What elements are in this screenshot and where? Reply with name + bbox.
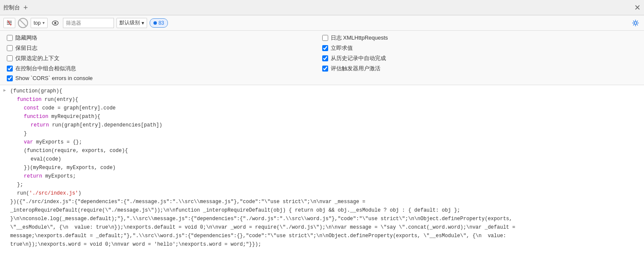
checkbox-autocomplete-history[interactable]: 从历史记录中自动完成: [322, 55, 638, 62]
title-bar: 控制台 + ✕: [0, 0, 644, 15]
eye-button[interactable]: [50, 18, 60, 28]
code-line-long: ▶ message;\nexports.default = _default;"…: [0, 232, 644, 240]
code-line: ▶ eval(code): [0, 155, 644, 164]
hide-network-label: 隐藏网络: [15, 34, 37, 42]
level-chevron-icon: ▾: [142, 20, 144, 26]
error-count-badge[interactable]: 83: [150, 18, 168, 28]
eager-eval-label: 立即求值: [331, 44, 353, 52]
cors-errors-label: Show `CORS` errors in console: [15, 75, 93, 81]
context-select[interactable]: top ▾: [31, 18, 48, 28]
error-count: 83: [159, 20, 164, 26]
eval-triggers-checkbox[interactable]: [322, 66, 328, 72]
context-value: top: [34, 20, 41, 26]
svg-rect-2: [7, 24, 12, 25]
error-dot-icon: [153, 21, 157, 25]
code-line-long: ▶ })({"./src/index.js":{"dependencies":{…: [0, 198, 644, 206]
code-line: ▶ (function(require, exports, code){: [0, 146, 644, 155]
gear-icon: [632, 20, 639, 26]
cors-errors-checkbox[interactable]: [7, 75, 13, 81]
settings-col-2: 日志 XMLHttpRequests 立即求值 从历史记录中自动完成 评估触发器…: [322, 34, 638, 81]
code-line: ▶ function myRequire(path){: [0, 112, 644, 121]
code-line-long: ▶ true\n});\nexports.word = void 0;\nnva…: [0, 240, 644, 249]
selected-context-checkbox[interactable]: [7, 55, 13, 61]
svg-point-6: [634, 22, 637, 24]
preserve-log-label: 保留日志: [15, 44, 37, 52]
checkbox-eager-eval[interactable]: 立即求值: [322, 44, 638, 52]
expand-arrow-icon[interactable]: ▶: [3, 87, 9, 94]
code-line-long: ▶ \"__esModule\", {\n value: true\n});\n…: [0, 223, 644, 232]
code-line: ▶ return run(graph[entry].dependencies[p…: [0, 121, 644, 129]
settings-panel: 隐藏网络 保留日志 仅限选定的上下文 在控制台中组合相似消息 Show `COR…: [0, 31, 644, 85]
chevron-down-icon: ▾: [43, 20, 45, 25]
title-text: 控制台: [3, 4, 20, 11]
checkbox-cors-errors[interactable]: Show `CORS` errors in console: [7, 75, 322, 81]
selected-context-label: 仅限选定的上下文: [15, 55, 60, 62]
level-select[interactable]: 默认级别 ▾: [116, 18, 147, 28]
clear-icon: [6, 20, 12, 26]
add-tab-button[interactable]: +: [23, 4, 28, 11]
code-line: ▶ return myExports;: [0, 172, 644, 181]
toolbar: top ▾ 默认级别 ▾ 83: [0, 15, 644, 31]
code-line: ▶ run('./src/index.js'): [0, 189, 644, 198]
code-output-area: ▶ (function(graph){ ▶ function run(entry…: [0, 85, 644, 264]
eval-triggers-label: 评估触发器用户激活: [331, 65, 380, 72]
log-xmlhttp-checkbox[interactable]: [322, 35, 328, 41]
code-line-long: ▶ }\n\nconsole.log(_message.default);"},…: [0, 215, 644, 223]
filter-input[interactable]: [63, 18, 114, 28]
checkbox-log-xmlhttp[interactable]: 日志 XMLHttpRequests: [322, 34, 638, 42]
code-line: ▶ })(myRequire, myExports, code): [0, 164, 644, 172]
log-xmlhttp-label: 日志 XMLHttpRequests: [331, 34, 388, 42]
clear-console-button[interactable]: [3, 18, 15, 28]
svg-rect-0: [7, 21, 12, 22]
checkbox-selected-context[interactable]: 仅限选定的上下文: [7, 55, 322, 62]
code-line: ▶ const code = graph[entry].code: [0, 104, 644, 112]
code-line: ▶ };: [0, 181, 644, 189]
autocomplete-history-label: 从历史记录中自动完成: [331, 55, 386, 62]
checkbox-group-similar[interactable]: 在控制台中组合相似消息: [7, 65, 322, 72]
code-line: ▶ function run(entry){: [0, 95, 644, 104]
group-similar-checkbox[interactable]: [7, 66, 13, 72]
settings-col-1: 隐藏网络 保留日志 仅限选定的上下文 在控制台中组合相似消息 Show `COR…: [7, 34, 322, 81]
ban-button[interactable]: [18, 18, 28, 28]
code-line: ▶ (function(graph){: [0, 87, 644, 95]
level-label: 默认级别: [119, 19, 140, 26]
eager-eval-checkbox[interactable]: [322, 45, 328, 51]
close-button[interactable]: ✕: [634, 3, 641, 12]
preserve-log-checkbox[interactable]: [7, 45, 13, 51]
checkbox-hide-network[interactable]: 隐藏网络: [7, 34, 322, 42]
code-line: ▶ var myExports = {};: [0, 138, 644, 146]
eye-icon: [52, 20, 59, 26]
checkbox-eval-triggers[interactable]: 评估触发器用户激活: [322, 65, 638, 72]
svg-point-5: [54, 22, 56, 24]
group-similar-label: 在控制台中组合相似消息: [15, 65, 76, 72]
code-line-long: ▶ _interopRequireDefault(require(\"./mes…: [0, 206, 644, 215]
code-line: ▶ }: [0, 129, 644, 138]
autocomplete-history-checkbox[interactable]: [322, 55, 328, 61]
settings-button[interactable]: [630, 18, 641, 28]
hide-network-checkbox[interactable]: [7, 35, 13, 41]
checkbox-preserve-log[interactable]: 保留日志: [7, 44, 322, 52]
